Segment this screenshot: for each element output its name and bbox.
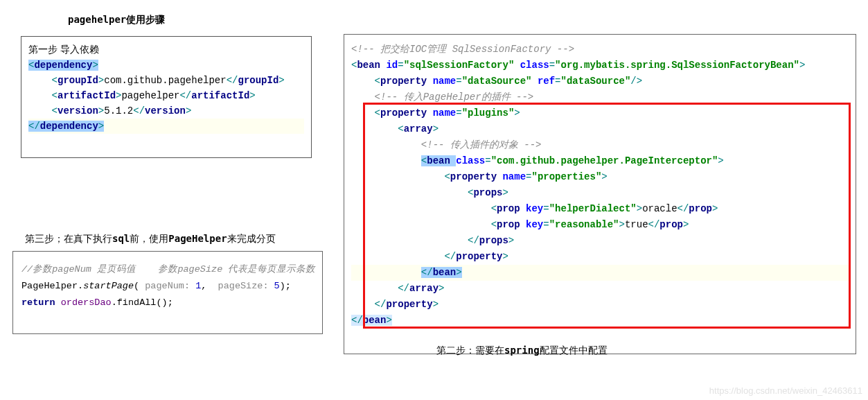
step3-line2: PageHelper.startPage( pageNum: 1, pageSi…	[21, 281, 291, 291]
step2-box: <!-- 把交给IOC管理 SqlSessionFactory --> <bea…	[344, 34, 856, 354]
step3-caption: 第三步；在真下执行sql前，使用PageHelper来完成分页	[25, 233, 276, 245]
watermark: https://blog.csdn.net/weixin_42463611	[709, 385, 862, 396]
artifactId-value: pagehelper	[121, 90, 179, 101]
step3-box: //参数pageNum 是页码值 参数pageSize 代表是每页显示条数 Pa…	[12, 251, 323, 334]
step1-box: 第一步 导入依赖 <dependency> <groupId>com.githu…	[21, 36, 312, 158]
step2-caption: 第二步：需要在spring配置文件中配置	[436, 345, 608, 357]
version-value: 5.1.2	[104, 105, 133, 116]
step1-caption: 第一步 导入依赖	[28, 44, 99, 55]
page-title: pagehelper使用步骤	[68, 14, 165, 26]
groupId-value: com.github.pagehelper	[104, 75, 226, 86]
